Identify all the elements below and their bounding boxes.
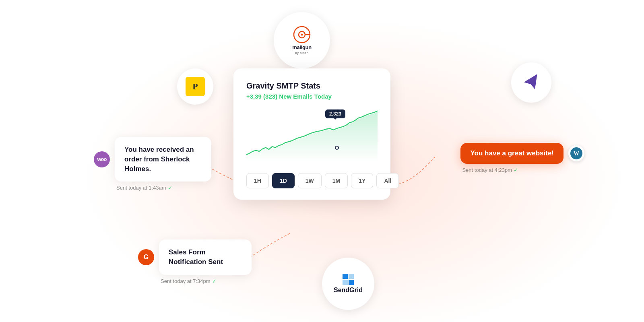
time-period-buttons: 1H 1D 1W 1M 1Y All bbox=[246, 173, 378, 188]
sendgrid-integration: SendGrid bbox=[322, 258, 374, 310]
gravity-forms-icon: G bbox=[144, 254, 149, 261]
stats-card: Gravity SMTP Stats +3,39 (323) New Email… bbox=[233, 68, 390, 200]
sales-sent-status: Sent today at 7:34pm ✓ bbox=[159, 278, 252, 284]
mailgun-integration: mailgun by sinch bbox=[274, 12, 330, 68]
wp-bubble: You have a great website! bbox=[460, 143, 564, 164]
sales-avatar: G bbox=[138, 249, 154, 265]
woo-icon: woo bbox=[97, 156, 107, 162]
time-btn-all[interactable]: All bbox=[376, 173, 399, 188]
time-btn-1d[interactable]: 1D bbox=[272, 173, 295, 188]
wp-message-container: You have a great website! W Sent today a… bbox=[460, 143, 564, 173]
svg-rect-7 bbox=[343, 274, 348, 279]
sendgrid-logo-icon bbox=[343, 274, 354, 285]
sales-bubble: Sales Form Notification Sent bbox=[159, 239, 252, 275]
sendgrid-label: SendGrid bbox=[334, 287, 363, 294]
sendgrid-icon bbox=[343, 274, 354, 285]
time-btn-1h[interactable]: 1H bbox=[246, 173, 269, 188]
sales-check-icon: ✓ bbox=[212, 278, 217, 284]
woo-sent-label: Sent today at 1:43am bbox=[116, 185, 166, 191]
chart-tooltip: 2,323 bbox=[325, 109, 345, 118]
send-icon bbox=[523, 74, 539, 91]
mailgun-logo: mailgun by sinch bbox=[292, 26, 312, 55]
svg-point-2 bbox=[301, 34, 303, 36]
stats-title: Gravity SMTP Stats bbox=[246, 81, 378, 91]
postmark-stamp: P bbox=[186, 77, 205, 96]
wp-message-text: You have a great website! bbox=[470, 149, 554, 157]
mailgun-label: mailgun bbox=[292, 44, 312, 50]
wp-avatar: W bbox=[568, 145, 584, 161]
chart-data-point bbox=[335, 146, 339, 150]
time-btn-1w[interactable]: 1W bbox=[298, 173, 322, 188]
svg-text:W: W bbox=[574, 151, 579, 157]
wp-check-icon: ✓ bbox=[514, 167, 518, 173]
postmark-integration: P bbox=[177, 68, 213, 105]
mailgun-subtext: by sinch bbox=[295, 51, 308, 55]
sales-message-text: Sales Form Notification Sent bbox=[169, 248, 223, 266]
main-scene: mailgun by sinch P woo You have received… bbox=[0, 0, 644, 322]
woo-avatar: woo bbox=[94, 151, 110, 167]
stats-subtitle: +3,39 (323) New Emails Today bbox=[246, 93, 378, 100]
wp-sent-status: Sent today at 4:23pm ✓ bbox=[460, 167, 564, 173]
woo-sent-status: Sent today at 1:43am ✓ bbox=[115, 185, 211, 191]
send-integration bbox=[511, 62, 551, 103]
sales-sent-label: Sent today at 7:34pm bbox=[161, 278, 211, 284]
stats-chart bbox=[246, 109, 378, 162]
svg-rect-9 bbox=[343, 280, 348, 285]
woo-check-icon: ✓ bbox=[168, 185, 172, 191]
woo-message-container: woo You have received an order from Sher… bbox=[115, 137, 211, 191]
time-btn-1m[interactable]: 1M bbox=[325, 173, 348, 188]
mailgun-icon bbox=[293, 26, 311, 43]
time-btn-1y[interactable]: 1Y bbox=[351, 173, 373, 188]
woo-bubble: You have received an order from Sherlock… bbox=[115, 137, 211, 182]
chart-area: 2,323 bbox=[246, 109, 378, 162]
woo-message-text: You have received an order from Sherlock… bbox=[124, 146, 194, 173]
sales-message-container: G Sales Form Notification Sent Sent toda… bbox=[159, 239, 252, 284]
wp-sent-label: Sent today at 4:23pm bbox=[462, 167, 512, 173]
wordpress-icon: W bbox=[570, 147, 582, 159]
svg-rect-10 bbox=[349, 280, 354, 285]
svg-rect-8 bbox=[349, 274, 354, 279]
